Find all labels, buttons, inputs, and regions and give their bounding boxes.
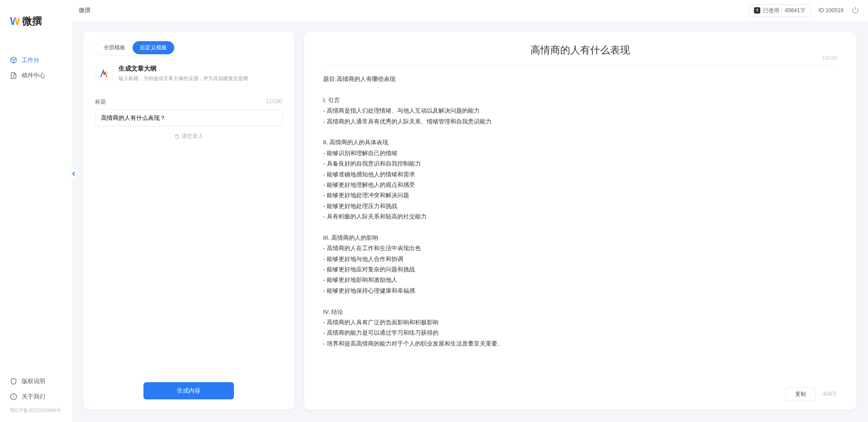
logo-text: 微撰 <box>22 14 42 28</box>
chevron-left-icon <box>72 171 76 176</box>
breadcrumb: 微撰 <box>79 6 91 14</box>
usage-icon: T <box>754 7 760 14</box>
doc-footer: 复制 404字 <box>323 381 837 401</box>
icp-text: 鄂ICP备2022016946号 <box>0 404 72 418</box>
topbar: 微撰 T 已使用：45641字 ID:100519 <box>72 0 868 21</box>
sidebar-item-workspace[interactable]: 工作台 <box>0 52 72 68</box>
clear-button[interactable]: 清空录入 <box>95 126 282 147</box>
title-input[interactable] <box>95 109 282 126</box>
logo-icon: W <box>10 15 19 28</box>
template-icon <box>95 65 113 83</box>
nav-label: 工作台 <box>22 56 39 64</box>
info-icon <box>10 393 17 400</box>
copy-button[interactable]: 复制 <box>786 387 816 401</box>
tab-all-templates[interactable]: 全部模板 <box>96 41 133 54</box>
sidebar-item-drafts[interactable]: 稿件中心 <box>0 68 72 83</box>
shield-icon <box>10 378 17 385</box>
tab-custom-templates[interactable]: 自定义模板 <box>133 41 174 54</box>
word-count-stat: 404字 <box>823 390 837 398</box>
template-tabs: 全部模板 自定义模板 <box>95 40 176 56</box>
sidebar-item-copyright[interactable]: 版权说明 <box>0 374 72 389</box>
doc-title[interactable]: 高情商的人有什么表现 <box>323 43 837 57</box>
cube-icon <box>10 57 17 64</box>
doc-title-counter: 10/100 <box>822 55 837 61</box>
document-icon <box>10 72 17 79</box>
template-title: 生成文章大纲 <box>119 65 248 73</box>
usage-text: 已使用：45641字 <box>763 7 805 14</box>
nav-label: 版权说明 <box>22 377 45 385</box>
workspace: 全部模板 自定义模板 生成文章大纲 输入标题，为你提供文章主体的灵感，并为其创建… <box>72 21 868 422</box>
usage-pill[interactable]: T 已使用：45641字 <box>749 5 810 17</box>
power-icon[interactable] <box>852 6 859 15</box>
sidebar: W 微撰 工作台 稿件中心 版权说明 <box>0 0 72 422</box>
title-char-counter: 11/100 <box>266 98 282 106</box>
sidebar-bottom: 版权说明 关于我们 鄂ICP备2022016946号 <box>0 374 72 422</box>
sidebar-collapse-button[interactable] <box>71 167 77 180</box>
doc-body[interactable]: 题目:高情商的人有哪些表现 I. 引言 - 高情商是指人们处理情绪、与他人互动以… <box>323 74 837 381</box>
title-field-header: 标题 11/100 <box>95 98 282 106</box>
nav-label: 关于我们 <box>22 393 45 401</box>
svg-point-2 <box>14 395 14 396</box>
topbar-right: T 已使用：45641字 ID:100519 <box>749 5 859 17</box>
input-panel: 全部模板 自定义模板 生成文章大纲 输入标题，为你提供文章主体的灵感，并为其创建… <box>83 32 294 409</box>
main-area: 微撰 T 已使用：45641字 ID:100519 全部模板 自定义模板 <box>72 0 868 422</box>
doc-header: 高情商的人有什么表现 10/100 <box>323 43 837 66</box>
sidebar-item-about[interactable]: 关于我们 <box>0 389 72 404</box>
app-logo: W 微撰 <box>0 0 72 39</box>
generate-button[interactable]: 生成内容 <box>143 382 234 399</box>
main-nav: 工作台 稿件中心 <box>0 39 72 374</box>
nav-label: 稿件中心 <box>22 71 45 80</box>
clear-label: 清空录入 <box>181 133 203 140</box>
title-field-label: 标题 <box>95 98 106 106</box>
template-desc: 输入标题，为你提供文章主体的灵感，并为其创建推文提纲 <box>119 75 248 82</box>
output-panel: 高情商的人有什么表现 10/100 题目:高情商的人有哪些表现 I. 引言 - … <box>304 32 856 409</box>
trash-icon <box>174 134 180 139</box>
template-card: 生成文章大纲 输入标题，为你提供文章主体的灵感，并为其创建推文提纲 <box>95 62 282 91</box>
user-id-label: ID:100519 <box>819 7 844 14</box>
